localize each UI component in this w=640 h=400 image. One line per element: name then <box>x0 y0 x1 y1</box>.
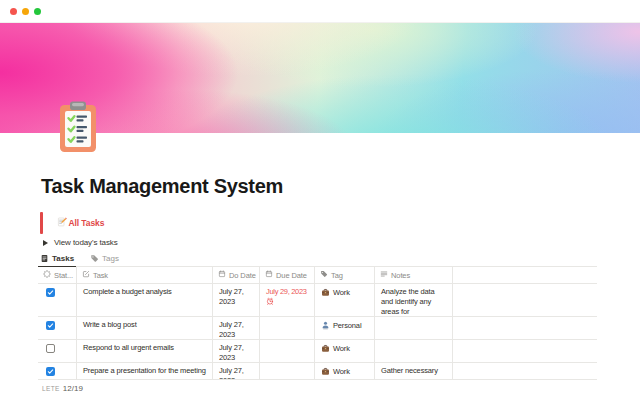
alarm-clock-icon <box>266 297 308 308</box>
column-header-do-date[interactable]: Do Date <box>213 267 260 283</box>
status-cell[interactable] <box>38 284 77 316</box>
task-title: Respond to all urgent emails <box>83 343 174 352</box>
column-label: Tag <box>331 271 343 280</box>
document-table-icon <box>40 254 49 263</box>
do-date-cell[interactable]: July 27, 2023 <box>213 317 260 339</box>
task-cell[interactable]: Respond to all urgent emails <box>77 340 213 362</box>
zoom-button[interactable] <box>34 8 41 15</box>
column-label: Do Date <box>229 271 256 280</box>
tag-label: Work <box>333 288 350 298</box>
notes-cell[interactable]: Analyze the data and identify any areas … <box>375 284 453 316</box>
empty-cell[interactable] <box>453 363 597 379</box>
tag-icon <box>320 270 328 280</box>
toggle-label: View today's tasks <box>54 238 118 247</box>
task-checkbox[interactable] <box>46 344 55 353</box>
notes-cell[interactable] <box>375 340 453 362</box>
tag-label: Personal <box>333 321 361 331</box>
quote-bar <box>40 212 43 234</box>
column-header-notes[interactable]: Notes <box>375 267 453 283</box>
table-row: Write a blog postJuly 27, 2023Personal <box>38 317 597 340</box>
tag-cell[interactable]: Work <box>315 284 375 316</box>
table-body: Complete a budget analysisJuly 27, 2023J… <box>38 284 597 380</box>
due-date-text: July 29, 2023 <box>266 287 308 297</box>
tag-label: Work <box>333 344 350 354</box>
empty-cell[interactable] <box>453 284 597 316</box>
column-label: Stat... <box>54 271 73 280</box>
tab-tags[interactable]: Tags <box>88 251 121 266</box>
toggle-arrow-icon <box>43 240 48 246</box>
empty-cell[interactable] <box>453 340 597 362</box>
task-title: Write a blog post <box>83 320 137 329</box>
column-label: Task <box>93 271 108 280</box>
column-label: Notes <box>391 271 410 280</box>
table-row: Prepare a presentation for the meetingJu… <box>38 363 597 380</box>
table-footer-calculation[interactable]: LETE 12/19 <box>42 384 83 393</box>
person-icon <box>321 321 330 333</box>
tag-label: Work <box>333 367 350 377</box>
column-header-due-date[interactable]: Due Date <box>260 267 315 283</box>
clipboard-checklist-icon[interactable] <box>57 100 99 154</box>
notes-cell[interactable]: Gather necessary <box>375 363 453 379</box>
task-cell[interactable]: Prepare a presentation for the meeting <box>77 363 213 379</box>
minimize-button[interactable] <box>22 8 29 15</box>
edit-pencil-icon <box>82 270 90 280</box>
close-button[interactable] <box>10 8 17 15</box>
column-header-empty[interactable] <box>453 267 597 283</box>
status-cell[interactable] <box>38 317 77 339</box>
column-header-status[interactable]: Stat... <box>38 267 77 283</box>
status-spinner-icon <box>43 270 51 280</box>
calendar-icon <box>265 270 273 280</box>
tag-cell[interactable]: Personal <box>315 317 375 339</box>
tag-icon <box>90 254 99 263</box>
do-date-cell[interactable]: July 27, 2023 <box>213 363 260 379</box>
due-date-cell[interactable]: July 29, 2023 <box>260 284 315 316</box>
column-label: Due Date <box>276 271 307 280</box>
all-tasks-callout: All Tasks <box>40 211 104 234</box>
empty-cell[interactable] <box>453 317 597 339</box>
footer-calc-label: LETE <box>42 385 60 392</box>
status-cell[interactable] <box>38 340 77 362</box>
status-cell[interactable] <box>38 363 77 379</box>
due-date-cell[interactable] <box>260 340 315 362</box>
briefcase-icon <box>321 367 330 379</box>
footer-calc-value: 12/19 <box>63 384 83 393</box>
task-checkbox[interactable] <box>46 321 55 330</box>
tag-cell[interactable]: Work <box>315 363 375 379</box>
tab-tasks-label: Tasks <box>52 254 74 263</box>
memo-icon <box>57 217 67 229</box>
notes-cell[interactable] <box>375 317 453 339</box>
column-header-tag[interactable]: Tag <box>315 267 375 283</box>
due-date-cell[interactable] <box>260 317 315 339</box>
table-header: Stat... Task Do Date <box>38 267 597 284</box>
briefcase-icon <box>321 344 330 356</box>
do-date-cell[interactable]: July 27, 2023 <box>213 340 260 362</box>
view-tab-bar: Tasks Tags <box>38 251 597 267</box>
callout-text: All Tasks <box>69 218 105 228</box>
task-cell[interactable]: Write a blog post <box>77 317 213 339</box>
table-row: Complete a budget analysisJuly 27, 2023J… <box>38 284 597 317</box>
task-title: Prepare a presentation for the meeting <box>83 366 206 375</box>
text-lines-icon <box>380 270 388 280</box>
task-checkbox[interactable] <box>46 288 55 297</box>
tab-tasks[interactable]: Tasks <box>38 251 76 266</box>
do-date-cell[interactable]: July 27, 2023 <box>213 284 260 316</box>
window-titlebar <box>0 0 640 23</box>
task-checkbox[interactable] <box>46 367 55 376</box>
column-header-task[interactable]: Task <box>77 267 213 283</box>
due-date-cell[interactable] <box>260 363 315 379</box>
briefcase-icon <box>321 288 330 300</box>
tab-tags-label: Tags <box>102 254 119 263</box>
table-row: Respond to all urgent emailsJuly 27, 202… <box>38 340 597 363</box>
task-title: Complete a budget analysis <box>83 287 172 296</box>
page-title: Task Management System <box>41 174 283 198</box>
task-cell[interactable]: Complete a budget analysis <box>77 284 213 316</box>
calendar-icon <box>218 270 226 280</box>
notion-window: Task Management System All Tasks View to… <box>0 0 640 400</box>
tag-cell[interactable]: Work <box>315 340 375 362</box>
view-todays-tasks-toggle[interactable]: View today's tasks <box>43 236 118 249</box>
